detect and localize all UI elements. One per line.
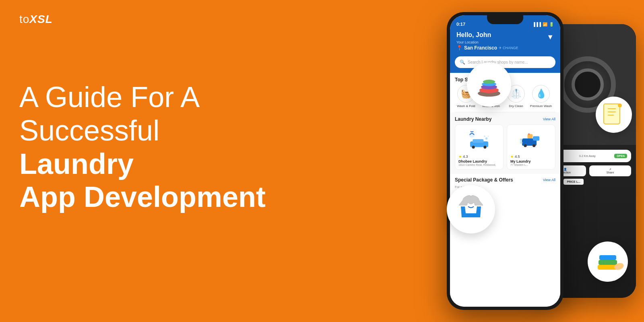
wifi-icon: 📶 (543, 22, 547, 27)
shirt-hanger-icon (453, 191, 489, 227)
laundry-card-1[interactable]: ★ 4.3 Dhobee Laundry 1810 Camino Real, R… (455, 124, 504, 170)
special-pkg-title: Special Package & Offers (455, 177, 513, 183)
svg-point-7 (485, 137, 487, 139)
battery-icon: 🔋 (549, 22, 554, 27)
service-premium-wash[interactable]: 💧 Premium Wash (530, 85, 552, 108)
svg-point-8 (484, 135, 485, 137)
svg-rect-31 (599, 255, 616, 260)
laundry-rating-1: ★ 4.3 (458, 155, 500, 159)
svg-point-28 (618, 103, 622, 107)
laundry-pile-icon (473, 68, 505, 101)
status-time: 0:17 (456, 22, 465, 27)
app-header: Hello, John Your Location 📍 San Francisc… (450, 28, 560, 56)
change-label: CHANGE (503, 46, 518, 50)
share-label: Share (592, 171, 629, 174)
bg-tab-price[interactable]: PRICE L... (564, 179, 583, 185)
laundry-card-2-icon (510, 128, 552, 152)
headline: A Guide For A Successful Laundry App Dev… (19, 80, 277, 214)
float-circle-shirt (447, 185, 495, 233)
special-pkg-view-all[interactable]: View All (543, 178, 555, 182)
nearby-title: Laundry Nearby (455, 116, 491, 122)
laundry-nearby-section: Laundry Nearby View All (450, 112, 560, 174)
open-badge: OPEN (614, 154, 627, 158)
headline-line1: A Guide For A (19, 81, 200, 113)
logo-to: to (19, 13, 29, 25)
svg-point-13 (533, 144, 535, 147)
laundry-name-1: Dhobee Laundry (458, 159, 500, 163)
rating-num-2: 4.5 (515, 155, 520, 159)
signal-icon: ▐▐▐ (533, 22, 541, 27)
brand-logo: toXSL (19, 13, 53, 26)
pin-icon: 📍 (456, 45, 462, 51)
laundry-addr-1: 1810 Camino Real, Redwood, (458, 163, 500, 166)
nearby-view-all[interactable]: View All (543, 117, 555, 121)
headline-line2-normal: Successful (19, 114, 159, 147)
premium-wash-label: Premium Wash (530, 104, 552, 108)
laundry-name-2: My Laundry (510, 159, 552, 163)
bg-card-distance: 0.2 Km Away (579, 155, 596, 157)
svg-rect-17 (528, 134, 533, 138)
phones-area: CA 94103 0.2 Km Away OPEN 👤 Direction ↗ … (322, 0, 644, 322)
nearby-header: Laundry Nearby View All (450, 112, 560, 124)
phone-notch (487, 15, 523, 24)
search-placeholder: Search Laundry shops by name... (468, 60, 528, 64)
float-circle-laundry-pile (467, 62, 511, 107)
search-input[interactable]: 🔍 Search Laundry shops by name... (455, 56, 555, 68)
phone-main: 0:17 ▐▐▐ 📶 🔋 Hello, John Your Location 📍… (447, 12, 564, 310)
share-btn[interactable]: ↗ Share (589, 165, 631, 176)
location-label: Your Location (456, 40, 518, 44)
location-name: San Francisco (464, 45, 497, 51)
svg-rect-18 (528, 133, 530, 135)
rating-num-1: 4.3 (463, 155, 468, 159)
svg-rect-24 (604, 104, 620, 124)
svg-point-12 (524, 144, 527, 147)
fast-delivery-svg (520, 131, 542, 149)
location-row: 📍 San Francisco ✈ CHANGE (456, 45, 518, 51)
premium-wash-icon: 💧 (532, 85, 550, 103)
laundry-rating-2: ★ 4.5 (510, 155, 552, 159)
svg-point-5 (472, 146, 475, 149)
status-icons: ▐▐▐ 📶 🔋 (533, 22, 554, 27)
laundry-addr-2: 77 Maiden L... (510, 163, 552, 166)
svg-point-23 (483, 80, 495, 84)
star-icon-2: ★ (510, 155, 514, 159)
folded-clothes-icon (592, 246, 624, 278)
svg-rect-4 (473, 139, 483, 142)
laundry-card-1-icon (458, 128, 500, 152)
wash-fold-label: Wash & Fold (457, 104, 475, 108)
svg-point-6 (483, 146, 486, 149)
headline-line3: App Development (19, 181, 266, 213)
laundry-cards: ★ 4.3 Dhobee Laundry 1810 Camino Real, R… (450, 124, 560, 170)
change-location-btn[interactable]: ✈ CHANGE (499, 46, 518, 50)
headline-line2-bold: Laundry (19, 148, 134, 180)
search-icon: 🔍 (460, 60, 465, 65)
svg-rect-11 (533, 136, 539, 140)
svg-point-9 (488, 136, 489, 137)
header-left: Hello, John Your Location 📍 San Francisc… (456, 31, 518, 51)
greeting-text: Hello, John (456, 31, 518, 39)
logo-xsl: XSL (29, 13, 52, 25)
filter-icon[interactable]: ▼ (547, 33, 554, 41)
nav-icon: ✈ (499, 46, 502, 50)
svg-rect-30 (599, 260, 617, 265)
washer-inner (572, 68, 604, 101)
special-pkg-header: Special Package & Offers View All (455, 177, 555, 183)
price-tag-icon (600, 101, 628, 129)
float-circle-socks (588, 242, 628, 282)
dry-clean-label: Dry Clean (509, 104, 523, 108)
laundry-car-svg (468, 131, 490, 149)
star-icon-1: ★ (458, 155, 462, 159)
laundry-card-2[interactable]: ★ 4.5 My Laundry 77 Maiden L... (507, 124, 555, 170)
phone-screen: 0:17 ▐▐▐ 📶 🔋 Hello, John Your Location 📍… (450, 15, 560, 307)
share-icon: ↗ (592, 168, 629, 171)
float-circle-tag (596, 97, 632, 133)
